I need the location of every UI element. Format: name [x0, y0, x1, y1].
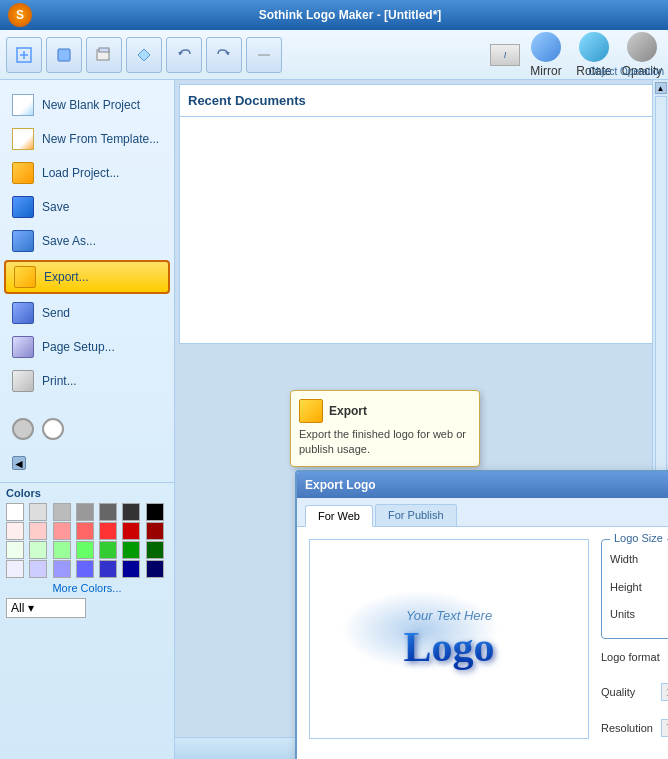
color-cell[interactable]: [6, 541, 24, 559]
menu-new-blank[interactable]: New Blank Project: [0, 88, 174, 122]
tooltip-header: Export: [299, 399, 471, 423]
recent-docs-title: Recent Documents: [180, 85, 663, 117]
tooltip-title: Export: [329, 404, 367, 418]
color-cell[interactable]: [6, 560, 24, 578]
color-cell[interactable]: [76, 560, 94, 578]
object-operation-label: Object Operation: [588, 66, 664, 77]
toolbar-btn-undo[interactable]: [166, 37, 202, 73]
scroll-up-arrow[interactable]: ▲: [655, 82, 667, 94]
color-cell[interactable]: [122, 541, 140, 559]
color-cell[interactable]: [53, 522, 71, 540]
units-row: Units pixel: [610, 604, 668, 624]
tab-for-web[interactable]: For Web: [305, 505, 373, 527]
color-cell[interactable]: [146, 560, 164, 578]
toolbar-btn-2[interactable]: [46, 37, 82, 73]
color-cell[interactable]: [76, 541, 94, 559]
color-grid: [6, 503, 168, 578]
color-cell[interactable]: [29, 560, 47, 578]
color-cell[interactable]: [6, 503, 24, 521]
color-cell[interactable]: [146, 522, 164, 540]
color-cell[interactable]: [76, 522, 94, 540]
color-cell[interactable]: [29, 522, 47, 540]
italic-btn[interactable]: I: [490, 44, 520, 66]
quality-label: Quality: [601, 686, 661, 698]
toolbar: I Mirror Rotate Opacity Object Operation: [0, 30, 668, 80]
svg-rect-3: [58, 49, 70, 61]
color-cell[interactable]: [99, 560, 117, 578]
logo-preview: Your Text Here Logo: [309, 539, 589, 739]
tooltip-description: Export the finished logo for web or publ…: [299, 427, 471, 458]
quality-input: [661, 683, 668, 701]
more-colors-link[interactable]: More Colors...: [6, 582, 168, 594]
title-bar: S Sothink Logo Maker - [Untitled*]: [0, 0, 668, 30]
color-cell[interactable]: [122, 503, 140, 521]
recent-docs-panel: Recent Documents: [179, 84, 664, 344]
export-icon: [14, 266, 36, 288]
color-cell[interactable]: [99, 541, 117, 559]
color-cell[interactable]: [146, 541, 164, 559]
save-icon: [12, 196, 34, 218]
color-cell[interactable]: [53, 560, 71, 578]
new-blank-icon: [12, 94, 34, 116]
color-cell[interactable]: [146, 503, 164, 521]
quality-row: Quality ▲ ▼: [601, 681, 668, 703]
colors-title: Colors: [6, 487, 168, 499]
toolbar-btn-extra[interactable]: [246, 37, 282, 73]
logo-text-big: Logo: [403, 623, 494, 671]
menu-page-setup[interactable]: Page Setup...: [0, 330, 174, 364]
resolution-input: [661, 719, 668, 737]
height-label: Height: [610, 581, 668, 593]
right-controls: Logo Size Width ▲ ▼ Height: [601, 539, 668, 759]
print-icon: [12, 370, 34, 392]
menu-export[interactable]: Export...: [4, 260, 170, 294]
logo-format-label: Logo format: [601, 651, 668, 663]
menu-print[interactable]: Print...: [0, 364, 174, 398]
scroll-handle[interactable]: ◄: [12, 456, 26, 470]
height-row: Height ▲ ▼: [610, 576, 668, 598]
title-bar-title: Sothink Logo Maker - [Untitled*]: [40, 8, 660, 22]
color-cell[interactable]: [122, 522, 140, 540]
color-cell[interactable]: [53, 503, 71, 521]
new-template-icon: [12, 128, 34, 150]
toolbar-btn-1[interactable]: [6, 37, 42, 73]
color-cell[interactable]: [29, 503, 47, 521]
width-label: Width: [610, 553, 668, 565]
toolbar-btn-redo[interactable]: [206, 37, 242, 73]
send-icon: [12, 302, 34, 324]
svg-rect-5: [99, 48, 109, 52]
resolution-row: Resolution ▲ ▼: [601, 717, 668, 739]
save-as-icon: [12, 230, 34, 252]
color-cell[interactable]: [122, 560, 140, 578]
all-dropdown[interactable]: All ▾: [6, 598, 86, 618]
color-cell[interactable]: [6, 522, 24, 540]
dialog-title: Export Logo: [305, 478, 376, 492]
units-label: Units: [610, 608, 668, 620]
dialog-body: Your Text Here Logo Logo Size Width ▲: [297, 527, 668, 759]
app-logo: S: [8, 3, 32, 27]
main-layout: New Blank Project New From Template... L…: [0, 80, 668, 759]
toolbar-btn-4[interactable]: [126, 37, 162, 73]
shape-circle-outline: [42, 418, 64, 440]
menu-save[interactable]: Save: [0, 190, 174, 224]
dialog-title-bar: Export Logo ✕: [297, 472, 668, 498]
menu-send[interactable]: Send: [0, 296, 174, 330]
left-panel: New Blank Project New From Template... L…: [0, 80, 175, 759]
color-cell[interactable]: [53, 541, 71, 559]
export-dialog: Export Logo ✕ For Web For Publish Your T…: [295, 470, 668, 759]
toolbar-btn-3[interactable]: [86, 37, 122, 73]
tab-for-publish[interactable]: For Publish: [375, 504, 457, 526]
dialog-tabs: For Web For Publish: [297, 498, 668, 527]
menu-new-template[interactable]: New From Template...: [0, 122, 174, 156]
page-setup-icon: [12, 336, 34, 358]
color-cell[interactable]: [29, 541, 47, 559]
color-cell[interactable]: [99, 522, 117, 540]
canvas-area: Recent Documents ▲ ▼ Export Export the f…: [175, 80, 668, 759]
tooltip-box: Export Export the finished logo for web …: [290, 390, 480, 467]
logo-format-row: Logo format PNG JPG GIF: [601, 647, 668, 667]
color-cell[interactable]: [76, 503, 94, 521]
menu-save-as[interactable]: Save As...: [0, 224, 174, 258]
menu-load-project[interactable]: Load Project...: [0, 156, 174, 190]
svg-marker-6: [138, 49, 150, 61]
mirror-btn[interactable]: Mirror: [524, 32, 568, 78]
color-cell[interactable]: [99, 503, 117, 521]
